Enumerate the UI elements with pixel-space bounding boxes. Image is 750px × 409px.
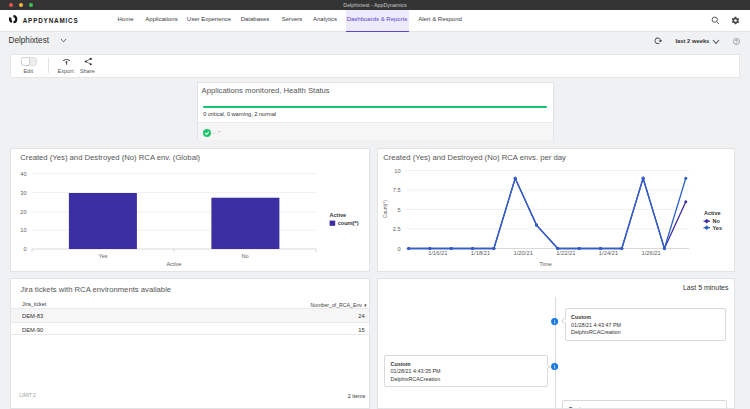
svg-text:Active: Active [166,261,181,267]
svg-text:2.5: 2.5 [393,226,401,232]
svg-text:20: 20 [20,208,26,214]
svg-text:1/20/21: 1/20/21 [514,250,533,256]
svg-text:count(*): count(*) [338,220,359,226]
svg-text:1/24/21: 1/24/21 [599,250,618,256]
svg-text:30: 30 [20,189,26,195]
svg-text:Active: Active [330,211,347,217]
svg-text:Count(*): Count(*) [383,199,388,217]
svg-text:Active: Active [704,209,721,215]
svg-text:Yes: Yes [713,224,722,230]
svg-text:1/18/21: 1/18/21 [471,250,490,256]
svg-text:1/26/21: 1/26/21 [641,250,660,256]
svg-text:Yes: Yes [98,252,107,258]
svg-text:No: No [713,218,721,224]
svg-text:10: 10 [394,167,400,173]
svg-text:5: 5 [397,206,400,212]
svg-text:1/16/21: 1/16/21 [428,250,447,256]
svg-text:40: 40 [20,170,26,176]
svg-text:0: 0 [23,246,26,252]
svg-text:Time: Time [539,260,552,266]
svg-text:1/22/21: 1/22/21 [556,250,575,256]
svg-text:0: 0 [397,245,400,251]
svg-text:10: 10 [20,227,26,233]
svg-text:No: No [241,252,248,258]
svg-text:7.5: 7.5 [393,187,401,193]
